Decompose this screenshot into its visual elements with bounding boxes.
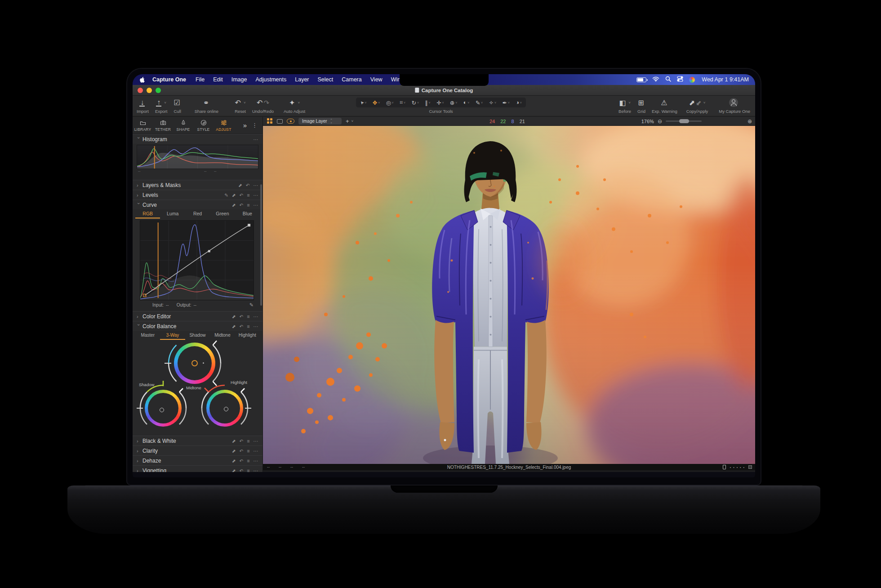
copy-icon[interactable]: ⬈ xyxy=(232,192,236,198)
presets-icon[interactable]: ≡ xyxy=(247,458,249,463)
menu-item[interactable]: View xyxy=(370,76,383,83)
curve-channel-tab[interactable]: Green xyxy=(210,211,235,218)
window-title-bar[interactable]: Capture One Catalog xyxy=(133,85,755,96)
presets-icon[interactable]: ≡ xyxy=(247,438,249,444)
presets-icon[interactable]: ≡ xyxy=(247,324,249,329)
reset-icon[interactable]: ↶ xyxy=(240,468,244,472)
straighten-tool[interactable]: ∥ ˅ xyxy=(425,99,430,106)
undo-redo-button[interactable]: ↶ ↷ ˅ Undo/Redo xyxy=(249,97,277,114)
cull-button[interactable]: ☑ ˅ Cull xyxy=(170,97,184,114)
copy-apply-button[interactable]: ⬈ ⬋ ˅ Copy/Apply xyxy=(683,97,712,114)
zoom-button[interactable] xyxy=(156,88,161,93)
presets-icon[interactable]: ≡ xyxy=(247,192,249,198)
import-button[interactable]: ↓ ˅ Import xyxy=(133,97,152,114)
more-icon[interactable]: ⋯ xyxy=(254,458,258,463)
tab-library[interactable]: LIBRARY xyxy=(133,119,153,132)
highlight-color-wheel[interactable] xyxy=(206,390,243,427)
add-layer-button[interactable]: + xyxy=(346,118,349,125)
zoom-out-icon[interactable]: ⊖ xyxy=(658,118,662,125)
image-canvas[interactable] xyxy=(263,126,755,464)
presets-icon[interactable]: ≡ xyxy=(247,468,249,472)
copy-icon[interactable]: ⬈ xyxy=(232,202,236,208)
control-center-icon[interactable] xyxy=(677,76,683,83)
panel-header-clarity[interactable]: › Clarity ⬈ ↶ ≡ ⋯ xyxy=(133,445,263,455)
reset-icon[interactable]: ↶ xyxy=(240,438,244,444)
tab-shape[interactable]: SHAPE xyxy=(173,119,193,132)
curve-channel-tab[interactable]: Blue xyxy=(235,211,260,218)
apple-menu-icon[interactable] xyxy=(139,76,145,83)
auto-adjust-button[interactable]: ✦ ˅ Auto Adjust xyxy=(280,97,308,114)
tab-adjust[interactable]: ADJUST xyxy=(214,119,234,132)
thumbnail-icon[interactable] xyxy=(748,465,752,469)
menu-item[interactable]: Adjustments xyxy=(255,76,286,83)
exposure-warning-button[interactable]: ⚠ ˅ Exp. Warning xyxy=(649,97,681,114)
spotlight-icon[interactable] xyxy=(665,76,671,83)
proof-view-icon[interactable] xyxy=(287,119,294,124)
copy-icon[interactable]: ⬈ xyxy=(232,458,236,463)
more-icon[interactable]: ⋯ xyxy=(254,137,258,142)
more-icon[interactable]: ⋯ xyxy=(254,438,258,444)
curve-channel-tab[interactable]: RGB xyxy=(135,211,160,218)
panel-header-histogram[interactable]: › Histogram ⋯ xyxy=(133,134,263,144)
sidebar-scrollbar[interactable] xyxy=(260,184,262,306)
chevron-down-icon[interactable]: ˅ xyxy=(352,119,354,123)
select-tool[interactable]: ➤ ˅ xyxy=(360,100,366,105)
copy-icon[interactable]: ⬈ xyxy=(232,324,236,329)
menu-clock[interactable]: Wed Apr 1 9:41AM xyxy=(702,76,749,83)
curve-picker-icon[interactable]: ✎ xyxy=(249,302,254,308)
loupe-tool[interactable]: ◎ ˅ xyxy=(386,99,394,106)
reset-icon[interactable]: ↶ xyxy=(240,202,244,208)
menu-item[interactable]: Select xyxy=(318,76,334,83)
menu-item[interactable]: Image xyxy=(231,76,247,83)
reset-icon[interactable]: ↶ xyxy=(240,324,244,329)
color-picker-tool[interactable]: ◑ ˅ xyxy=(516,99,522,106)
copy-icon[interactable]: ⬈ xyxy=(232,448,236,454)
clone-tool[interactable]: ◐ ˅ xyxy=(463,99,470,106)
zoom-slider[interactable] xyxy=(666,120,702,122)
more-icon[interactable]: ⋯ xyxy=(254,314,258,319)
single-view-icon[interactable] xyxy=(277,119,283,124)
shadow-color-wheel[interactable] xyxy=(145,390,182,427)
curve-graph[interactable] xyxy=(140,220,254,300)
more-icon[interactable]: ⋯ xyxy=(254,448,258,454)
reset-icon[interactable]: ↶ xyxy=(240,458,244,463)
draw-mask-tool[interactable]: ✎ ˅ xyxy=(476,99,483,106)
layer-dropdown[interactable]: Image Layer ⌃⌄ xyxy=(298,118,342,125)
presets-icon[interactable]: ≡ xyxy=(247,448,249,454)
more-icon[interactable]: ⋯ xyxy=(254,468,258,472)
share-online-button[interactable]: ⚭ ˅ Share online xyxy=(191,97,222,114)
more-options-icon[interactable]: ⋮ xyxy=(252,122,258,129)
tab-style[interactable]: STYLE xyxy=(193,119,214,132)
spot-removal-tool[interactable]: ✛ ˅ xyxy=(436,99,444,106)
menu-item[interactable]: Edit xyxy=(213,76,223,83)
presets-icon[interactable]: ≡ xyxy=(247,314,249,319)
panel-header-vignetting[interactable]: › Vignetting ⬈ ↶ ≡ ⋯ xyxy=(133,465,263,472)
grid-view-icon[interactable] xyxy=(267,118,273,124)
color-balance-tab[interactable]: Highlight xyxy=(235,333,260,340)
copy-icon[interactable]: ⬈ xyxy=(232,314,236,319)
frame-icon[interactable] xyxy=(723,465,726,469)
panel-header-color-editor[interactable]: › Color Editor ⬈ ↶ ≡ ⋯ xyxy=(133,311,263,321)
annotate-tool[interactable]: ✒ ˅ xyxy=(502,99,510,106)
reset-icon[interactable]: ↶ xyxy=(240,192,244,198)
reset-icon[interactable]: ↶ xyxy=(240,448,244,454)
grid-button[interactable]: ⊞ ˅ Grid xyxy=(634,97,649,114)
auto-icon[interactable]: ✎ xyxy=(224,192,228,198)
heal-tool[interactable]: ⊕ ˅ xyxy=(450,99,458,106)
wifi-icon[interactable] xyxy=(652,76,659,83)
copy-icon[interactable]: ⬈ xyxy=(238,183,242,188)
reset-icon[interactable]: ↶ xyxy=(246,183,250,188)
panel-header-levels[interactable]: › Levels ✎ ⬈ ↶ ≡ ⋯ xyxy=(133,190,263,200)
curve-channel-tab[interactable]: Luma xyxy=(160,211,185,218)
curve-channel-tab[interactable]: Red xyxy=(185,211,210,218)
my-capture-one-button[interactable]: ˅ My Capture One xyxy=(716,97,753,114)
panel-header-dehaze[interactable]: › Dehaze ⬈ ↶ ≡ ⋯ xyxy=(133,455,263,465)
color-balance-tab[interactable]: Master xyxy=(135,333,160,340)
battery-icon[interactable] xyxy=(636,77,646,82)
more-icon[interactable]: ⋯ xyxy=(254,324,258,329)
reset-icon[interactable]: ↶ xyxy=(240,314,244,319)
export-button[interactable]: ↑ ˅ Export xyxy=(152,97,170,114)
zoom-in-icon[interactable]: ⊕ xyxy=(748,118,752,125)
more-icon[interactable]: ⋯ xyxy=(254,192,258,198)
presets-icon[interactable]: ≡ xyxy=(247,202,249,208)
